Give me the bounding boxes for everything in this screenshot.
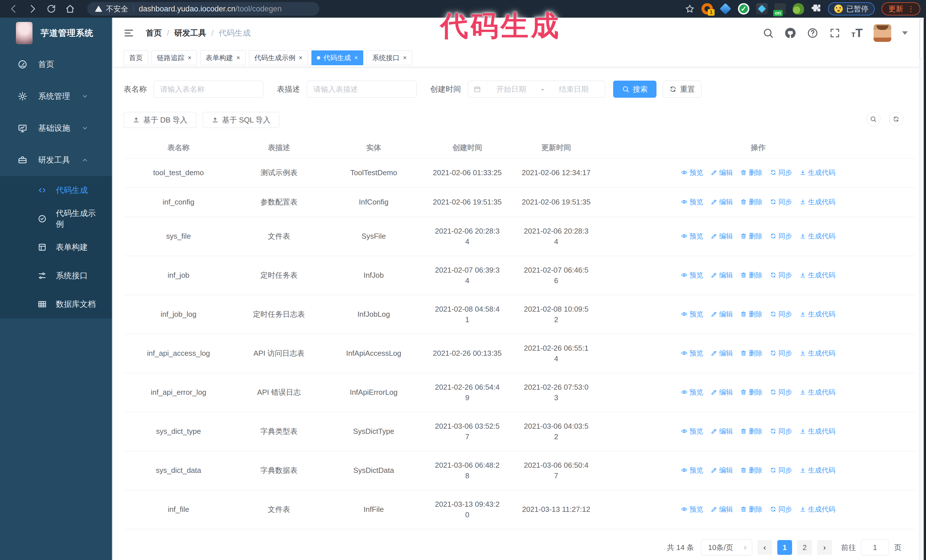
edit-action-link[interactable]: 编辑	[711, 426, 733, 436]
eye-action-link[interactable]: 预览	[681, 465, 703, 475]
eye-action-link[interactable]: 预览	[681, 309, 703, 319]
eye-action-link[interactable]: 预览	[681, 231, 703, 241]
download-action-link[interactable]: 生成代码	[799, 465, 835, 475]
delete-action-link[interactable]: 删除	[740, 167, 763, 178]
sidebar-item-monitor[interactable]: 基础设施	[0, 112, 112, 144]
page-button-2[interactable]: 2	[797, 540, 812, 555]
page-button-1[interactable]: 1	[777, 540, 792, 555]
close-icon[interactable]: ×	[354, 54, 358, 62]
sync-action-link[interactable]: 同步	[770, 270, 792, 280]
avatar[interactable]	[873, 24, 891, 42]
download-action-link[interactable]: 生成代码	[799, 504, 835, 515]
header-search-icon[interactable]	[763, 27, 774, 39]
help-icon[interactable]	[807, 27, 818, 39]
tab-首页[interactable]: 首页	[124, 50, 148, 65]
bookmark-star-icon[interactable]	[685, 4, 694, 14]
eye-action-link[interactable]: 预览	[681, 167, 703, 178]
address-bar[interactable]: 不安全 dashboard.yudao.iocoder.cn /tool/cod…	[87, 2, 319, 16]
download-action-link[interactable]: 生成代码	[799, 270, 835, 280]
tab-系统接口[interactable]: 系统接口×	[367, 50, 412, 65]
reset-button[interactable]: 重置	[663, 81, 702, 98]
delete-action-link[interactable]: 删除	[740, 504, 763, 515]
close-icon[interactable]: ×	[403, 54, 407, 62]
sync-action-link[interactable]: 同步	[770, 167, 792, 178]
edit-action-link[interactable]: 编辑	[711, 465, 733, 475]
tab-表单构建[interactable]: 表单构建×	[200, 50, 246, 65]
sidebar-item-code[interactable]: 代码生成	[0, 176, 112, 205]
search-button[interactable]: 搜索	[613, 81, 657, 98]
edit-action-link[interactable]: 编辑	[711, 504, 733, 515]
github-icon[interactable]	[785, 27, 796, 39]
close-icon[interactable]: ×	[299, 54, 303, 62]
download-action-link[interactable]: 生成代码	[799, 196, 835, 207]
sync-action-link[interactable]: 同步	[770, 504, 792, 515]
delete-action-link[interactable]: 删除	[740, 231, 763, 241]
sync-action-link[interactable]: 同步	[770, 426, 792, 436]
eye-action-link[interactable]: 预览	[681, 387, 703, 397]
edit-action-link[interactable]: 编辑	[711, 309, 733, 319]
edit-action-link[interactable]: 编辑	[711, 196, 733, 207]
sync-action-link[interactable]: 同步	[770, 309, 792, 319]
extension-icon-on[interactable]: on	[775, 3, 786, 15]
delete-action-link[interactable]: 删除	[740, 426, 763, 436]
close-icon[interactable]: ×	[236, 54, 240, 62]
table-desc-input[interactable]	[307, 81, 416, 98]
edit-action-link[interactable]: 编辑	[711, 348, 733, 358]
download-action-link[interactable]: 生成代码	[799, 309, 835, 319]
sidebar-item-sliders[interactable]: 系统接口	[0, 261, 112, 290]
close-icon[interactable]: ×	[188, 54, 191, 62]
browser-reload-icon[interactable]	[46, 4, 56, 14]
edit-action-link[interactable]: 编辑	[711, 231, 733, 241]
delete-action-link[interactable]: 删除	[740, 309, 763, 319]
paused-extension-pill[interactable]: 已暂停	[828, 2, 875, 15]
sidebar-fold-icon[interactable]	[123, 27, 135, 39]
import-sql-button[interactable]: 基于 SQL 导入	[203, 112, 280, 128]
delete-action-link[interactable]: 删除	[740, 348, 763, 358]
sidebar-item-dashboard[interactable]: 首页	[0, 48, 112, 80]
tab-代码生成示例[interactable]: 代码生成示例×	[249, 50, 308, 65]
sync-action-link[interactable]: 同步	[770, 348, 792, 358]
delete-action-link[interactable]: 删除	[740, 196, 763, 207]
browser-update-button[interactable]: 更新 ⋮	[882, 2, 920, 15]
scrollbar[interactable]	[919, 18, 924, 560]
extension-icon-sprout[interactable]	[793, 3, 804, 15]
extension-icon-orange[interactable]: 1	[702, 3, 713, 15]
extensions-puzzle-icon[interactable]	[811, 4, 821, 14]
breadcrumb-devtools[interactable]: 研发工具	[174, 28, 206, 38]
sync-action-link[interactable]: 同步	[770, 231, 792, 241]
eye-action-link[interactable]: 预览	[681, 196, 703, 207]
sync-action-link[interactable]: 同步	[770, 387, 792, 397]
table-name-input[interactable]	[154, 81, 263, 98]
sidebar-item-gear[interactable]: 系统管理	[0, 80, 112, 112]
sidebar-item-toolbox[interactable]: 研发工具	[0, 144, 112, 176]
toggle-search-button[interactable]	[866, 112, 881, 126]
download-action-link[interactable]: 生成代码	[799, 231, 835, 241]
refresh-table-button[interactable]	[889, 112, 903, 126]
delete-action-link[interactable]: 删除	[740, 465, 763, 475]
eye-action-link[interactable]: 预览	[681, 426, 703, 436]
download-action-link[interactable]: 生成代码	[799, 167, 835, 178]
browser-home-icon[interactable]	[65, 4, 75, 14]
download-action-link[interactable]: 生成代码	[799, 387, 835, 397]
delete-action-link[interactable]: 删除	[740, 387, 763, 397]
eye-action-link[interactable]: 预览	[681, 504, 703, 515]
browser-forward-icon[interactable]	[27, 4, 38, 14]
next-page-button[interactable]: ›	[817, 540, 832, 555]
page-size-select[interactable]: 10条/页 ∨	[701, 539, 752, 555]
sidebar-item-form[interactable]: 表单构建	[0, 233, 112, 261]
browser-back-icon[interactable]	[9, 4, 19, 14]
sidebar-item-table-grid[interactable]: 数据库文档	[0, 290, 112, 318]
tab-代码生成[interactable]: 代码生成×	[312, 50, 363, 65]
eye-action-link[interactable]: 预览	[681, 348, 703, 358]
extension-icon-check[interactable]: ✓	[738, 3, 749, 15]
delete-action-link[interactable]: 删除	[740, 270, 763, 280]
import-db-button[interactable]: 基于 DB 导入	[124, 112, 196, 128]
avatar-caret-icon[interactable]	[902, 31, 908, 35]
sync-action-link[interactable]: 同步	[770, 465, 792, 475]
scrollbar-thumb[interactable]	[920, 20, 923, 59]
extension-icon-grid[interactable]	[756, 3, 767, 15]
font-size-icon[interactable]: ᴛT	[851, 26, 863, 40]
edit-action-link[interactable]: 编辑	[711, 270, 733, 280]
sync-action-link[interactable]: 同步	[770, 196, 792, 207]
jump-page-input[interactable]	[861, 539, 889, 555]
